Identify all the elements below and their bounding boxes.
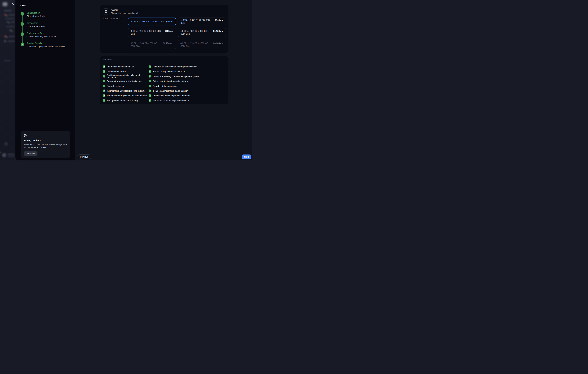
option-specs: 2 CPUs / 2 GB / 60 GB SSD Disk [131,20,164,23]
feature-text: Enables tracking of visitor traffic data [107,80,142,82]
cpu-chip-icon [103,8,109,14]
step-datacenter[interactable]: Datacenter Choose a datacenter [21,21,69,28]
feature-item: Features an effective log management sys… [149,64,226,69]
feature-item: Management of version tracking [103,98,149,103]
sidebar-item-text-blur [8,14,15,16]
check-icon [103,99,105,102]
check-icon [149,94,151,97]
step-title: Configuration [27,11,69,14]
feature-text: Firewall protection [107,85,125,87]
step-subtitle: Choose a datacenter [27,25,69,28]
previous-button[interactable]: Previous [77,154,91,159]
feature-text: Includes an integrated load balancer [153,90,188,92]
sidebar-user-role-blur [8,156,15,157]
step-title: Performance Tier [27,32,69,35]
step-finalize-details[interactable]: Finalize Details Name your deployment to… [21,42,69,48]
option-specs: 4 CPUs / 8 GB / 160 GB SSD Disk [180,19,213,24]
sidebar-item-icon-blur [6,37,8,38]
server-option-8cpu[interactable]: 8 CPUs / 16 GB / 320 GB SSD Disk $288/mo [128,28,176,37]
feature-text: Automated data backup and recovery [153,99,189,102]
help-body: Feel free to contact us and we will alwa… [24,143,67,149]
feature-item: Has the ability to neutralize threats [149,69,226,74]
feature-item: Facilitates automatic installation of re… [103,74,149,79]
check-icon [103,80,105,82]
feature-text: Unlimited bandwidth [107,70,126,73]
server-option-4cpu[interactable]: 4 CPUs / 8 GB / 160 GB SSD Disk $144/mo [178,18,226,25]
feature-text: Delivers protection from cyber-attacks [153,80,189,82]
power-card: Power Choose the power configuration SER… [100,5,228,53]
option-specs: 16 CPUs / 32 GB / 400 GB SSD Disk [180,30,212,35]
sidebar-item-text-blur [6,26,15,27]
lifebuoy-icon [24,134,27,138]
next-button[interactable]: Next [242,154,251,159]
feature-item: Incorporates a support ticketing system [103,88,149,93]
check-icon [103,89,105,92]
check-icon [149,99,151,102]
check-icon [149,75,151,78]
app-logo-blur [3,2,7,6]
deployment-setup-modal: Cron Configuration Fill in all setup fie… [15,0,252,160]
option-specs: 48 CPUs / 96 GB / 1200 GB SSD Disk [180,42,212,48]
contact-us-button[interactable]: Contact us [24,151,37,156]
check-icon [149,80,151,82]
feature-item: Enables tracking of visitor traffic data [103,79,149,84]
feature-text: Management of version tracking [107,99,138,102]
option-specs: 8 CPUs / 16 GB / 320 GB SSD Disk [131,30,163,35]
option-price: $1,128/mo [213,30,223,32]
step-done-icon [21,32,24,36]
sidebar-item-icon-blur [11,31,13,32]
sidebar-gear-blur [4,142,8,146]
feature-text: Features an effective log management sys… [153,65,197,68]
server-option-32cpu: 32 CPUs / 64 GB / 800 GB SSD Disk $2,256… [128,40,176,49]
option-price: $3,384/mo [213,42,223,45]
feature-item: Unlimited bandwidth [103,69,149,74]
sidebar-sliver-blur [0,152,0,153]
check-icon [149,85,151,87]
check-icon [103,65,105,68]
step-title: Finalize Details [27,42,69,45]
option-price: $48/mo [166,20,173,23]
check-icon [103,70,105,73]
help-card: Having trouble? Feel free to contact us … [21,131,70,158]
option-specs: 32 CPUs / 64 GB / 800 GB SSD Disk [131,42,161,48]
server-option-2cpu[interactable]: 2 CPUs / 2 GB / 60 GB SSD Disk $48/mo [128,18,176,25]
option-price: $2,256/mo [163,42,173,45]
sidebar-item-text-blur [9,36,15,37]
step-connector-line [22,14,22,44]
close-modal-button[interactable] [10,2,14,6]
feature-text: Provides database access [153,85,178,87]
feature-item: Delivers protection from cyber-attacks [149,79,226,84]
blurred-app-sidebar [0,0,15,160]
feature-text: Manages data replication for data center… [107,95,147,97]
step-subtitle: Choose the strength of the server [27,35,69,38]
steps-panel: Cron Configuration Fill in all setup fie… [15,0,75,160]
feature-text: Facilitates automatic installation of re… [107,74,149,79]
feature-item: Includes an integrated load balancer [149,88,226,93]
feature-text: Pre installed self-signed SSL [107,65,135,68]
feature-item: Contains a thorough cache management sys… [149,74,226,79]
feature-item: Pre installed self-signed SSL [103,64,149,69]
feature-item: Provides database access [149,84,226,88]
step-configuration[interactable]: Configuration Fill in all setup fields [21,11,69,18]
check-icon [103,75,105,78]
sidebar-user-name-blur [8,154,14,155]
features-label: FEATURES [103,59,113,61]
server-strength-label: SERVER STRENGTH [103,18,121,20]
step-subtitle: Fill in all setup fields [27,15,69,18]
check-icon [103,85,105,87]
option-price: $144/mo [215,19,223,21]
power-title: Power [111,9,118,11]
feature-text: Has the ability to neutralize threats [153,70,186,73]
sidebar-item-text-blur [10,21,15,23]
modal-title: Cron [21,4,26,7]
close-icon [11,2,14,5]
step-subtitle: Name your deployment to complete the set… [27,45,69,48]
modal-footer: Previous Next [75,153,252,160]
features-grid: Pre installed self-signed SSL Unlimited … [103,64,226,103]
feature-text: Incorporates a support ticketing system [107,90,145,92]
sidebar-item-icon-blur [9,22,10,23]
sidebar-item-icon-blur [6,15,8,16]
step-title: Datacenter [27,21,69,24]
step-performance-tier[interactable]: Performance Tier Choose the strength of … [21,32,69,38]
server-option-16cpu[interactable]: 16 CPUs / 32 GB / 400 GB SSD Disk $1,128… [178,28,226,37]
